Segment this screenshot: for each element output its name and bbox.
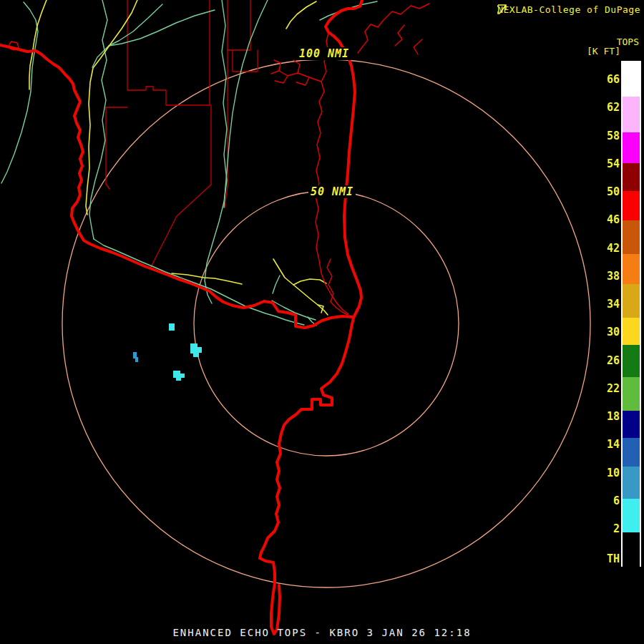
scale-segment (623, 318, 640, 345)
range-ring-label-100nmi: 100 NMI (297, 47, 351, 60)
scale-segment (623, 377, 640, 411)
echo-cell (169, 323, 175, 331)
scale-segment (623, 254, 640, 284)
radar-echoes (133, 323, 202, 381)
highways-yellow (29, 0, 328, 315)
source-title-text: NEXLAB-College of DuPage (497, 4, 640, 15)
scale-segment (623, 62, 640, 97)
coastline-detail (9, 4, 429, 315)
rio-grande-border (0, 45, 353, 328)
scale-heading-units: [K FT] (587, 46, 620, 57)
range-ring-label-50nmi: 50 NMI (308, 185, 356, 198)
range-ring-100nmi (62, 59, 590, 587)
scale-segment (623, 97, 640, 132)
echo-cell (190, 343, 202, 357)
scale-segment (623, 438, 640, 467)
college-of-dupage-logo-icon (497, 4, 507, 14)
scale-segment (623, 499, 640, 532)
echo-cell (173, 371, 185, 381)
scale-segment (623, 532, 640, 572)
scale-segment (623, 220, 640, 254)
echo-tops-color-scale (621, 61, 641, 567)
scale-segment (623, 191, 640, 220)
product-caption: ENHANCED ECHO TOPS - KBRO 3 JAN 26 12:18 (0, 627, 644, 638)
echo-cell (135, 357, 138, 362)
scale-segment (623, 132, 640, 163)
radar-map (0, 0, 644, 644)
scale-segment (623, 284, 640, 318)
scale-segment (623, 345, 640, 377)
radar-display: 100 NMI 50 NMI NEXLAB-College of DuPage … (0, 0, 644, 644)
scale-segment (623, 411, 640, 438)
scale-segment (623, 163, 640, 191)
scale-segment (623, 467, 640, 499)
range-ring-50nmi (194, 191, 459, 456)
source-title: NEXLAB-College of DuPage (497, 4, 640, 15)
